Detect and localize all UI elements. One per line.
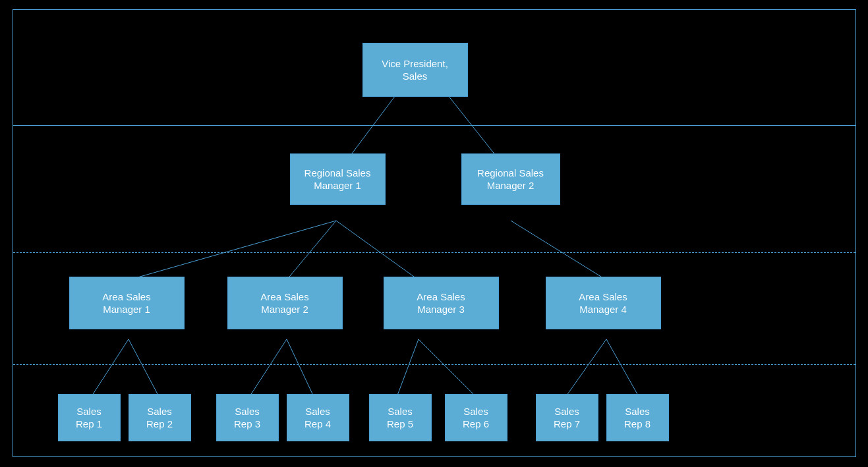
node-sr3: SalesRep 3: [216, 394, 279, 441]
node-rsm1: Regional SalesManager 1: [290, 153, 386, 205]
svg-line-9: [287, 339, 313, 395]
divider-2: [13, 252, 855, 253]
svg-line-4: [336, 221, 419, 280]
node-sr5: SalesRep 5: [369, 394, 432, 441]
svg-line-6: [92, 339, 129, 395]
node-sr2: SalesRep 2: [129, 394, 191, 441]
svg-line-3: [287, 221, 336, 280]
org-chart-container: Vice President,Sales Regional SalesManag…: [13, 9, 856, 457]
svg-line-12: [567, 339, 606, 395]
divider-1: [13, 125, 855, 126]
node-vp: Vice President,Sales: [362, 43, 468, 97]
node-sr7: SalesRep 7: [536, 394, 598, 441]
svg-line-8: [250, 339, 287, 395]
svg-line-11: [419, 339, 475, 395]
svg-line-10: [397, 339, 419, 395]
node-asm3: Area SalesManager 3: [384, 277, 499, 329]
svg-line-2: [129, 221, 336, 280]
node-sr4: SalesRep 4: [287, 394, 349, 441]
divider-3: [13, 364, 855, 365]
node-sr6: SalesRep 6: [445, 394, 507, 441]
node-sr1: SalesRep 1: [58, 394, 121, 441]
node-asm2: Area SalesManager 2: [227, 277, 343, 329]
svg-line-7: [129, 339, 158, 395]
svg-line-13: [606, 339, 638, 395]
node-asm1: Area SalesManager 1: [69, 277, 185, 329]
svg-line-5: [511, 221, 606, 280]
node-rsm2: Regional SalesManager 2: [461, 153, 560, 205]
node-sr8: SalesRep 8: [606, 394, 669, 441]
node-asm4: Area SalesManager 4: [546, 277, 661, 329]
